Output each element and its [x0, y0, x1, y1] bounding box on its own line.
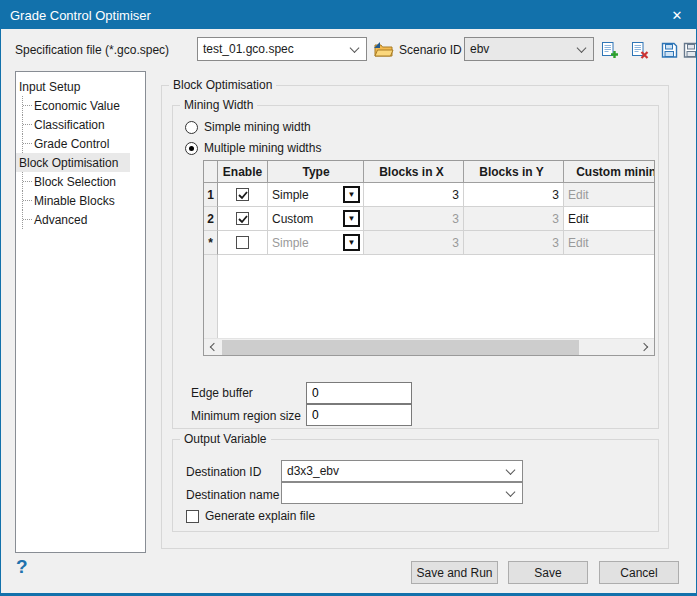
sidebar-item-grade-control[interactable]: Grade Control	[16, 134, 130, 153]
save-as-icon	[683, 42, 697, 59]
destination-name-combobox[interactable]	[281, 482, 523, 504]
multiple-mining-widths-radio[interactable]: Multiple mining widths	[185, 141, 321, 155]
enable-checkbox[interactable]	[236, 236, 249, 249]
column-header-blocks-x: Blocks in X	[364, 161, 464, 183]
sidebar-item-minable-blocks[interactable]: Minable Blocks	[16, 191, 130, 210]
enable-checkbox[interactable]	[236, 212, 249, 225]
sidebar-item-block-selection[interactable]: Block Selection	[16, 172, 130, 191]
tree-connector	[22, 96, 34, 115]
save-button[interactable]: Save	[508, 561, 588, 584]
specification-file-value: test_01.gco.spec	[203, 42, 294, 56]
tree-connector	[22, 191, 34, 210]
sidebar-item-economic-value[interactable]: Economic Value	[16, 96, 130, 115]
type-dropdown-button[interactable]	[343, 234, 360, 251]
generate-explain-file-label: Generate explain file	[205, 509, 315, 523]
close-button[interactable]	[658, 1, 696, 29]
window-title: Grade Control Optimiser	[10, 8, 151, 23]
save-and-run-button[interactable]: Save and Run	[411, 561, 498, 584]
type-cell: Custom	[268, 207, 364, 231]
radio-icon	[185, 121, 198, 134]
grade-control-optimiser-dialog: Grade Control Optimiser Specification fi…	[0, 0, 697, 596]
table-header-row: Enable Type Blocks in X Blocks in Y Cust…	[204, 161, 654, 183]
mining-width-group: Mining Width Simple mining width Multipl…	[172, 105, 659, 429]
specification-file-label: Specification file (*.gco.spec)	[15, 43, 169, 57]
type-cell: Simple	[268, 231, 364, 255]
open-folder-icon	[373, 41, 394, 58]
row-number: 2	[204, 207, 218, 231]
scenario-id-combobox[interactable]: ebv	[464, 37, 594, 61]
table-empty-area	[204, 255, 654, 338]
minimum-region-size-label: Minimum region size	[191, 409, 301, 423]
table-row: 1 Simple 3 3 Edit	[204, 183, 654, 207]
custom-mining-edit-link: Edit	[564, 231, 655, 255]
row-header-column	[204, 161, 218, 183]
save-icon	[661, 42, 678, 59]
sidebar-item-advanced[interactable]: Advanced	[16, 210, 130, 229]
tree-connector	[22, 210, 34, 229]
tree-connector	[22, 115, 34, 134]
table-row-new: * Simple 3 3 Edit	[204, 231, 654, 255]
minimum-region-size-input[interactable]	[306, 404, 412, 426]
help-button[interactable]: ?	[16, 556, 28, 578]
destination-id-combobox[interactable]: d3x3_ebv	[281, 460, 523, 482]
scenario-id-value: ebv	[470, 42, 489, 56]
row-header-gutter	[204, 255, 218, 338]
destination-id-value: d3x3_ebv	[287, 464, 339, 478]
block-optimisation-group-title: Block Optimisation	[169, 78, 276, 92]
type-dropdown-button[interactable]	[343, 210, 360, 227]
simple-mining-width-radio[interactable]: Simple mining width	[185, 120, 311, 134]
tree-connector	[22, 134, 34, 153]
custom-mining-edit-link[interactable]: Edit	[564, 207, 655, 231]
column-header-custom-mining: Custom mining widths	[564, 161, 655, 183]
radio-selected-icon	[185, 142, 198, 155]
sidebar-item-classification[interactable]: Classification	[16, 115, 130, 134]
blocks-x-cell: 3	[364, 207, 464, 231]
save-scenario-as-button[interactable]	[680, 39, 697, 61]
delete-scenario-button[interactable]	[629, 39, 651, 61]
column-header-type: Type	[268, 161, 364, 183]
type-dropdown-button[interactable]	[343, 186, 360, 203]
scroll-right-button[interactable]	[637, 339, 654, 355]
scenario-id-label: Scenario ID	[399, 43, 462, 57]
blocks-y-cell: 3	[464, 207, 564, 231]
new-scenario-icon	[601, 41, 619, 60]
settings-tree: Input Setup Economic Value Classificatio…	[15, 71, 146, 553]
enable-cell	[218, 183, 268, 207]
blocks-y-cell: 3	[464, 231, 564, 255]
custom-mining-edit-link: Edit	[564, 183, 655, 207]
scrollbar-thumb[interactable]	[222, 340, 579, 355]
blocks-y-cell[interactable]: 3	[464, 183, 564, 207]
enable-checkbox[interactable]	[236, 188, 249, 201]
destination-name-label: Destination name	[186, 488, 279, 502]
scroll-left-button[interactable]	[204, 339, 221, 355]
output-variable-group: Output Variable Destination ID d3x3_ebv …	[172, 439, 659, 532]
block-optimisation-group: Block Optimisation Mining Width Simple m…	[161, 85, 669, 549]
cancel-button[interactable]: Cancel	[599, 561, 679, 584]
chevron-down-icon	[506, 465, 516, 475]
specification-file-combobox[interactable]: test_01.gco.spec	[197, 37, 367, 61]
row-number: 1	[204, 183, 218, 207]
type-cell: Simple	[268, 183, 364, 207]
new-scenario-button[interactable]	[599, 39, 621, 61]
column-header-blocks-y: Blocks in Y	[464, 161, 564, 183]
tree-connector	[22, 172, 34, 191]
enable-cell	[218, 231, 268, 255]
sidebar-item-block-optimisation[interactable]: Block Optimisation	[16, 153, 130, 172]
generate-explain-file-checkbox[interactable]	[186, 510, 199, 523]
row-number: *	[204, 231, 218, 255]
edge-buffer-input[interactable]	[306, 382, 412, 404]
scrollbar-track[interactable]	[221, 339, 637, 355]
edge-buffer-label: Edge buffer	[191, 386, 253, 400]
save-scenario-button[interactable]	[658, 39, 680, 61]
blocks-x-cell[interactable]: 3	[364, 183, 464, 207]
title-bar: Grade Control Optimiser	[1, 1, 696, 29]
delete-scenario-icon	[631, 41, 649, 60]
column-header-enable: Enable	[218, 161, 268, 183]
sidebar-item-input-setup[interactable]: Input Setup	[16, 77, 130, 96]
mining-width-group-title: Mining Width	[180, 98, 257, 112]
open-folder-button[interactable]	[372, 38, 394, 60]
generate-explain-file-checkbox-row[interactable]: Generate explain file	[186, 509, 315, 523]
chevron-down-icon	[577, 43, 587, 53]
chevron-left-icon	[210, 343, 218, 351]
chevron-down-icon	[350, 43, 360, 53]
